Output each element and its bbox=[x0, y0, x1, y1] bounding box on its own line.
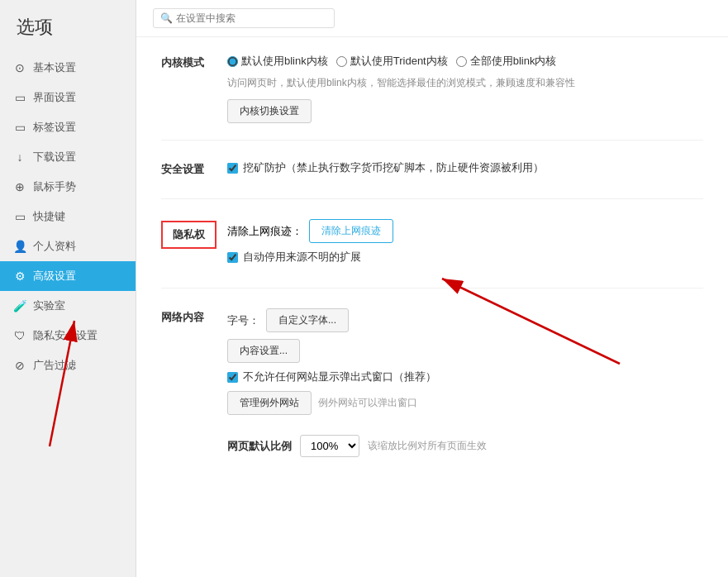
kernel-blink-all-radio[interactable] bbox=[456, 56, 467, 67]
sidebar-item-adblock[interactable]: ⊘ 广告过滤 bbox=[0, 350, 136, 380]
network-section: 网络内容 字号： 自定义字体... 内容设置... 不允许任何网站显示弹出式窗口… bbox=[161, 308, 703, 474]
sidebar-item-tabs[interactable]: ▭ 标签设置 bbox=[0, 112, 136, 142]
kernel-trident-option[interactable]: 默认使用Trident内核 bbox=[336, 54, 448, 69]
basic-settings-icon: ⊙ bbox=[13, 61, 26, 74]
clear-traces-label: 清除上网痕迹： bbox=[227, 224, 302, 239]
sidebar-label-privacy-security: 隐私安全设置 bbox=[33, 328, 98, 343]
shortcut-settings-icon: ▭ bbox=[13, 210, 26, 223]
security-label: 安全设置 bbox=[161, 160, 227, 182]
zoom-label: 网页默认比例 bbox=[227, 439, 292, 454]
popup-block-label: 不允许任何网站显示弹出式窗口（推荐） bbox=[243, 370, 436, 384]
sidebar-label-basic: 基本设置 bbox=[33, 60, 76, 75]
profile-settings-icon: 👤 bbox=[13, 240, 26, 253]
sidebar-item-profile[interactable]: 👤 个人资料 bbox=[0, 231, 136, 261]
security-content: 挖矿防护（禁止执行数字货币挖矿脚本，防止硬件资源被利用） bbox=[227, 160, 703, 182]
kernel-label: 内核模式 bbox=[161, 54, 227, 123]
font-label: 字号： bbox=[227, 313, 259, 328]
search-input[interactable] bbox=[176, 12, 327, 24]
sidebar-label-tabs: 标签设置 bbox=[33, 120, 76, 135]
sidebar-item-privacy-security[interactable]: 🛡 隐私安全设置 bbox=[0, 321, 136, 350]
sidebar-label-profile: 个人资料 bbox=[33, 239, 76, 254]
manage-exceptions-button[interactable]: 管理例外网站 bbox=[227, 391, 312, 415]
auto-disable-checkbox[interactable] bbox=[227, 252, 238, 263]
manage-exceptions-row: 管理例外网站 例外网站可以弹出窗口 bbox=[227, 391, 703, 415]
security-section: 安全设置 挖矿防护（禁止执行数字货币挖矿脚本，防止硬件资源被利用） bbox=[161, 160, 703, 199]
sidebar-item-advanced[interactable]: ⚙ 高级设置 bbox=[0, 261, 136, 291]
auto-disable-label: 自动停用来源不明的扩展 bbox=[243, 250, 361, 265]
kernel-section: 内核模式 默认使用blink内核 默认使用Trident内核 全部使用blink… bbox=[161, 54, 703, 141]
sidebar-label-lab: 实验室 bbox=[33, 298, 65, 313]
kernel-switch-button[interactable]: 内核切换设置 bbox=[227, 99, 312, 123]
auto-disable-item[interactable]: 自动停用来源不明的扩展 bbox=[227, 250, 703, 265]
network-content: 字号： 自定义字体... 内容设置... 不允许任何网站显示弹出式窗口（推荐） … bbox=[227, 308, 703, 457]
privacy-section: 隐私权 清除上网痕迹： 清除上网痕迹 自动停用来源不明的扩展 bbox=[161, 219, 703, 288]
download-settings-icon: ↓ bbox=[13, 150, 26, 164]
tabs-settings-icon: ▭ bbox=[13, 121, 26, 134]
kernel-blink-radio[interactable] bbox=[227, 56, 238, 67]
manage-exceptions-hint: 例外网站可以弹出窗口 bbox=[318, 396, 417, 410]
search-input-wrap[interactable]: 🔍 bbox=[153, 8, 335, 28]
sidebar-label-adblock: 广告过滤 bbox=[33, 358, 76, 373]
privacy-label-wrap: 隐私权 bbox=[161, 219, 227, 271]
kernel-trident-label: 默认使用Trident内核 bbox=[350, 54, 448, 69]
privacy-security-icon: 🛡 bbox=[13, 329, 26, 342]
advanced-settings-icon: ⚙ bbox=[13, 269, 26, 283]
popup-block-checkbox[interactable] bbox=[227, 372, 238, 383]
privacy-label-box: 隐私权 bbox=[161, 221, 216, 249]
sidebar-label-mouse: 鼠标手势 bbox=[33, 179, 76, 194]
sidebar-label-advanced: 高级设置 bbox=[33, 269, 76, 284]
kernel-blink-all-option[interactable]: 全部使用blink内核 bbox=[456, 54, 557, 69]
sidebar-item-mouse[interactable]: ⊕ 鼠标手势 bbox=[0, 172, 136, 202]
mining-protection-item[interactable]: 挖矿防护（禁止执行数字货币挖矿脚本，防止硬件资源被利用） bbox=[227, 160, 703, 175]
sidebar-item-lab[interactable]: 🧪 实验室 bbox=[0, 291, 136, 321]
interface-settings-icon: ▭ bbox=[13, 91, 26, 104]
clear-traces-button[interactable]: 清除上网痕迹 bbox=[309, 219, 393, 243]
zoom-hint: 该缩放比例对所有页面生效 bbox=[368, 439, 487, 453]
lab-settings-icon: 🧪 bbox=[13, 299, 26, 312]
mining-protection-checkbox[interactable] bbox=[227, 163, 238, 174]
popup-block-item[interactable]: 不允许任何网站显示弹出式窗口（推荐） bbox=[227, 370, 703, 384]
zoom-row: 网页默认比例 100% 50% 75% 90% 110% 125% 150% 1… bbox=[227, 435, 703, 457]
kernel-blink-all-label: 全部使用blink内核 bbox=[470, 54, 557, 69]
mining-protection-label: 挖矿防护（禁止执行数字货币挖矿脚本，防止硬件资源被利用） bbox=[243, 160, 544, 175]
font-row: 字号： 自定义字体... bbox=[227, 308, 703, 332]
kernel-content: 默认使用blink内核 默认使用Trident内核 全部使用blink内核 访问… bbox=[227, 54, 703, 123]
settings-content: 内核模式 默认使用blink内核 默认使用Trident内核 全部使用blink… bbox=[136, 37, 728, 510]
kernel-blink-label: 默认使用blink内核 bbox=[241, 54, 328, 69]
privacy-content: 清除上网痕迹： 清除上网痕迹 自动停用来源不明的扩展 bbox=[227, 219, 703, 271]
app-title: 选项 bbox=[0, 8, 136, 53]
kernel-trident-radio[interactable] bbox=[336, 56, 347, 67]
main-content: 🔍 内核模式 默认使用blink内核 默认使用Trident内核 bbox=[136, 0, 728, 577]
sidebar-item-interface[interactable]: ▭ 界面设置 bbox=[0, 83, 136, 112]
font-button[interactable]: 自定义字体... bbox=[266, 308, 349, 332]
content-settings-button[interactable]: 内容设置... bbox=[227, 339, 300, 363]
privacy-label: 隐私权 bbox=[173, 228, 205, 241]
kernel-description: 访问网页时，默认使用blink内核，智能选择最佳的浏览模式，兼顾速度和兼容性 bbox=[227, 75, 703, 91]
network-label: 网络内容 bbox=[161, 308, 227, 457]
adblock-icon: ⊘ bbox=[13, 359, 26, 372]
search-icon: 🔍 bbox=[160, 12, 173, 24]
mouse-settings-icon: ⊕ bbox=[13, 180, 26, 193]
kernel-radio-group: 默认使用blink内核 默认使用Trident内核 全部使用blink内核 bbox=[227, 54, 703, 69]
sidebar-item-basic[interactable]: ⊙ 基本设置 bbox=[0, 53, 136, 83]
sidebar-label-interface: 界面设置 bbox=[33, 90, 76, 105]
sidebar: 选项 ⊙ 基本设置 ▭ 界面设置 ▭ 标签设置 ↓ 下载设置 ⊕ 鼠标手势 ▭ … bbox=[0, 0, 136, 577]
clear-traces-row: 清除上网痕迹： 清除上网痕迹 bbox=[227, 219, 703, 243]
sidebar-label-download: 下载设置 bbox=[33, 150, 76, 165]
sidebar-item-download[interactable]: ↓ 下载设置 bbox=[0, 142, 136, 172]
zoom-select[interactable]: 100% 50% 75% 90% 110% 125% 150% 175% 200… bbox=[300, 435, 359, 457]
sidebar-label-shortcut: 快捷键 bbox=[33, 209, 65, 224]
search-bar: 🔍 bbox=[136, 0, 728, 37]
kernel-blink-option[interactable]: 默认使用blink内核 bbox=[227, 54, 328, 69]
sidebar-item-shortcut[interactable]: ▭ 快捷键 bbox=[0, 202, 136, 231]
